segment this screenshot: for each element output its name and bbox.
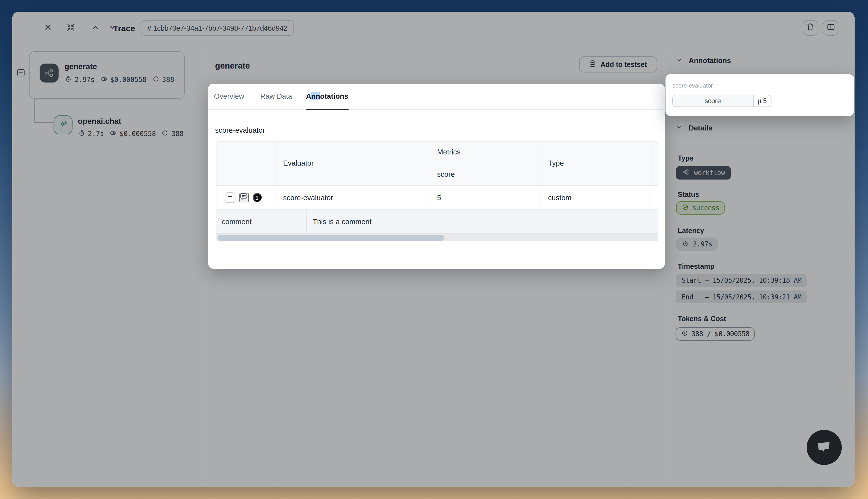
annotation-evaluator-label: score-evaluator (673, 82, 713, 89)
header-cell-metrics: Metrics (428, 141, 539, 163)
annotation-result-card: score-evaluator score µ5 (665, 74, 854, 116)
metric-score-chip[interactable]: score µ5 (672, 95, 771, 107)
row-type-cell: custom (539, 186, 650, 209)
header-cell-metric-score: score (428, 163, 539, 185)
comment-row: comment This is a comment (216, 209, 658, 233)
tab-annotations-selected-text: nn (311, 92, 320, 100)
mean-symbol: µ (758, 97, 761, 105)
row-tools-cell: 1 (216, 186, 274, 209)
tab-raw-data[interactable]: Raw Data (260, 92, 292, 100)
comment-value-cell: This is a comment (306, 210, 658, 233)
tab-overview[interactable]: Overview (214, 92, 244, 100)
tab-bar: Overview Raw Data Annotations (208, 84, 665, 110)
active-tab-indicator (306, 108, 348, 110)
row-score-cell: 5 (428, 186, 539, 209)
metric-name: score (673, 95, 754, 107)
annotations-tab-card: Overview Raw Data Annotations score-eval… (208, 84, 665, 268)
trace-modal: Trace # 1cbb70e7-34a1-7bb7-3498-771b7d46… (12, 12, 855, 487)
horizontal-scrollbar-track[interactable] (216, 233, 658, 241)
row-collapse-button[interactable] (225, 192, 235, 203)
table-row: 1 score-evaluator 5 custom (216, 185, 658, 209)
comment-icon (239, 192, 248, 203)
metric-value: 5 (763, 97, 767, 105)
table-header: Evaluator Metrics Type score (216, 141, 658, 185)
row-evaluator-cell: score-evaluator (274, 186, 428, 209)
tab-annotations[interactable]: Annotations (306, 92, 348, 100)
comment-button[interactable] (239, 193, 249, 202)
tab-annotations-text: A (306, 92, 311, 100)
header-cell-tools (216, 141, 274, 185)
app-background: Trace # 1cbb70e7-34a1-7bb7-3498-771b7d46… (0, 0, 868, 499)
row-overflow-cell (650, 186, 658, 209)
comment-count-badge[interactable]: 1 (252, 193, 261, 202)
header-cell-type: Type (539, 141, 650, 185)
evaluator-section-title: score-evaluator (215, 126, 265, 134)
annotations-table: Evaluator Metrics Type score 1 (216, 141, 658, 241)
tab-annotations-text: otations (320, 92, 348, 100)
minus-icon (227, 193, 233, 202)
header-cell-evaluator: Evaluator (274, 141, 428, 185)
header-cell-overflow (650, 141, 658, 185)
horizontal-scrollbar-thumb[interactable] (217, 235, 444, 241)
comment-key-cell: comment (216, 210, 306, 233)
